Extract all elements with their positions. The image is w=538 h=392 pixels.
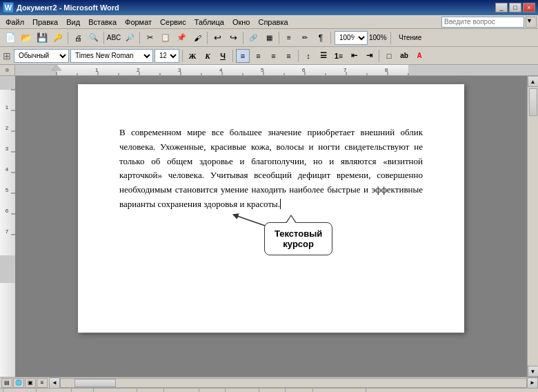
horizontal-scroll-thumb[interactable] [74,379,116,387]
status-bar: Стр. 1 Разд 1 1/1 На 3,4см Ст 4 Кол 22 З… [0,388,538,392]
format-painter-button[interactable]: 🖌 [190,30,205,46]
toolbar-sep-4 [207,32,208,44]
window-title: Документ2 - Microsoft Word [17,3,119,12]
scroll-right-button[interactable]: ► [527,378,538,389]
window-controls[interactable]: _ □ × [495,3,535,12]
drawing-button[interactable]: ✏ [297,30,312,46]
horizontal-scroll-track[interactable] [60,378,527,388]
view-buttons[interactable]: ▤ 🌐 ▣ ≡ [0,378,49,388]
status-page-of: 1/1 [72,389,94,392]
justify-button[interactable]: ≡ [281,49,295,63]
web-layout-button[interactable]: 🌐 [13,378,24,388]
document-page[interactable]: В современном мире все большее значение … [78,84,464,333]
normal-view-button[interactable]: ▤ [1,378,12,388]
italic-button[interactable]: К [201,49,215,63]
text-cursor [280,199,281,209]
scroll-up-button[interactable]: ▲ [528,76,539,87]
undo-button[interactable]: ↩ [210,30,225,46]
align-center-button[interactable]: ≡ [251,49,265,63]
menu-insert[interactable]: Вставка [84,17,121,28]
show-formatting-button[interactable]: ¶ [313,30,328,46]
svg-text:4: 4 [219,67,223,73]
copy-button[interactable]: 📋 [158,30,173,46]
scroll-track-v[interactable] [528,87,538,366]
menu-window[interactable]: Окно [228,17,255,28]
svg-text:6: 6 [302,67,306,73]
open-button[interactable]: 📂 [19,30,34,46]
menu-view[interactable]: Вид [62,17,84,28]
status-rec: ЗАП [199,389,226,392]
maximize-button[interactable]: □ [509,3,521,12]
spell-button[interactable]: ABC [106,30,121,46]
save-button[interactable]: 💾 [34,30,50,46]
document-canvas[interactable]: В современном мире все большее значение … [15,76,527,377]
research-button[interactable]: 🔎 [122,30,137,46]
callout-line1: Текстовый [275,228,322,239]
menu-file[interactable]: Файл [1,17,28,28]
print-button[interactable]: 🖨 [70,30,86,46]
increase-indent-button[interactable]: ⇥ [362,49,376,63]
outline-view-button[interactable]: ≡ [37,378,48,388]
svg-text:1: 1 [95,67,99,73]
document-body-text[interactable]: В современном мире все большее значение … [119,126,423,212]
horizontal-ruler: 1 2 3 4 5 6 7 8 [15,65,538,76]
paragraph-text: В современном мире все большее значение … [119,127,423,209]
scroll-left-button[interactable]: ◄ [49,378,60,389]
svg-text:1: 1 [6,104,9,110]
print-preview-button[interactable]: 🔍 [86,30,101,46]
line-spacing-button[interactable]: ↕ [301,49,315,63]
font-size-select[interactable]: 12 [155,49,179,63]
decrease-indent-button[interactable]: ⇤ [347,49,361,63]
toolbar-sep-7 [330,32,331,44]
help-search-input[interactable] [441,17,524,28]
paragraph-style-select[interactable]: Обычный [14,49,69,63]
font-color-button[interactable]: A [412,49,426,63]
vertical-ruler: 1 2 3 4 5 6 7 [0,76,15,377]
scroll-thumb-v[interactable] [529,88,537,116]
app-icon: W [3,2,14,13]
toolbar-sep-6 [279,32,279,44]
permission-button[interactable]: 🔑 [50,30,66,46]
fmt-sep-1 [182,50,183,62]
vertical-scrollbar[interactable]: ▲ ▼ [527,76,538,377]
bold-button[interactable]: Ж [186,49,199,63]
menu-format[interactable]: Формат [121,17,156,28]
new-button[interactable]: 📄 [3,30,18,46]
svg-text:7: 7 [6,228,9,235]
cut-button[interactable]: ✂ [142,30,157,46]
menu-tools[interactable]: Сервис [156,17,190,28]
redo-button[interactable]: ↪ [226,30,241,46]
help-search[interactable]: ▼ [441,17,537,28]
zoom-select[interactable]: 100% [335,31,368,45]
bullets-button[interactable]: ☰ [317,49,330,63]
scroll-down-button[interactable]: ▼ [528,366,539,377]
highlight-button[interactable]: ab [397,49,411,63]
paste-button[interactable]: 📌 [174,30,189,46]
svg-rect-1 [15,65,57,76]
columns-button[interactable]: ≡ [281,30,297,46]
outside-border-button[interactable]: □ [382,49,396,63]
print-layout-button[interactable]: ▣ [25,378,36,388]
close-button[interactable]: × [523,3,535,12]
numbering-button[interactable]: 1≡ [332,49,346,63]
font-family-select[interactable]: Times New Roman [70,49,153,63]
tables-button[interactable]: ▦ [261,30,277,46]
hyperlink-button[interactable]: 🔗 [246,30,261,46]
align-left-button[interactable]: ≡ [236,49,250,63]
underline-button[interactable]: Ч [216,49,230,63]
minimize-button[interactable]: _ [495,3,508,12]
svg-text:5: 5 [6,187,9,193]
toolbar-sep-2 [103,32,104,44]
menu-help[interactable]: Справка [254,17,292,28]
svg-text:2: 2 [137,67,140,73]
toolbar-sep-8 [390,32,391,44]
help-search-button[interactable]: ▼ [526,17,537,28]
status-page: Стр. 1 [3,389,37,392]
read-mode-button[interactable]: Чтение [393,30,428,46]
ruler-corner[interactable]: ⊕ [0,65,15,76]
align-right-button[interactable]: ≡ [266,49,280,63]
menu-bar: Файл Правка Вид Вставка Формат Сервис Та… [0,15,538,29]
svg-text:4: 4 [6,166,9,173]
menu-table[interactable]: Таблица [190,17,228,28]
menu-edit[interactable]: Правка [28,17,62,28]
